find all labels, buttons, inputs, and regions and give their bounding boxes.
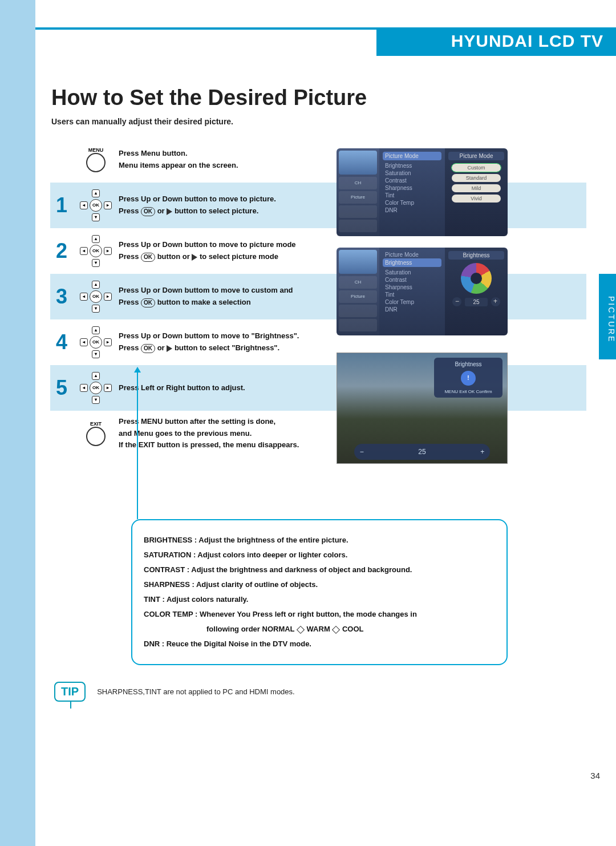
step-number: 2 — [50, 239, 73, 263]
tip-box: TIP SHARPNESS,TINT are not applied to PC… — [54, 682, 510, 702]
definition-text: SHARPNESS : Adjust clarity of outline of… — [144, 577, 495, 592]
arrow-icon — [297, 625, 305, 633]
left-band — [0, 0, 35, 846]
color-wheel-icon — [461, 263, 492, 294]
brightness-preview-photo: Brightness ! MENU Exit OK Confirm − 25 + — [337, 353, 508, 464]
definition-text: BRIGHTNESS : Adjust the brightness of th… — [144, 533, 495, 548]
menu-label: MENU — [88, 147, 104, 153]
header-bar — [35, 27, 616, 30]
definition-text: TINT : Adjust colors naturally. — [144, 592, 495, 607]
osd-screenshots: CH Picture Picture Mode Brightness Satur… — [337, 148, 508, 464]
callout-connector — [137, 368, 138, 519]
brand-title: HYUNDAI LCD TV — [451, 31, 603, 51]
osd-item-selected: Picture Mode — [383, 152, 441, 160]
step-number: 5 — [50, 376, 73, 400]
play-icon — [192, 254, 197, 261]
definition-text: COLOR TEMP : Whenever You Press left or … — [144, 607, 495, 622]
plus-icon: + — [480, 448, 484, 456]
definitions-callout: BRIGHTNESS : Adjust the brightness of th… — [131, 519, 508, 665]
dpad-icon: ▴▾◂▸ OK — [80, 189, 112, 221]
tip-text: SHARPNESS,TINT are not applied to PC and… — [97, 687, 295, 696]
exit-label: EXIT — [90, 421, 102, 427]
play-icon — [167, 208, 172, 215]
ok-icon: OK — [141, 298, 155, 307]
osd-item-selected: Brightness — [383, 258, 441, 267]
osd-brightness: CH Picture Picture Mode Brightness Satur… — [337, 248, 508, 335]
osd-picture-mode: CH Picture Picture Mode Brightness Satur… — [337, 148, 508, 236]
play-icon — [167, 345, 172, 352]
dpad-icon: ▴▾◂▸ OK — [80, 326, 112, 358]
dpad-icon: ▴▾◂▸ OK — [80, 235, 112, 267]
page-subtitle: Users can manually adjust their desired … — [51, 117, 233, 126]
osd-preview — [339, 151, 377, 175]
definition-text: SATURATION : Adjust colors into deeper o… — [144, 548, 495, 562]
menu-button-icon — [86, 153, 106, 172]
ok-icon: OK — [141, 253, 155, 262]
tip-badge: TIP — [54, 682, 86, 702]
section-tab-picture: PICTURE — [599, 274, 616, 359]
ok-icon: OK — [141, 207, 155, 216]
step-number: 1 — [50, 193, 73, 217]
definition-text: DNR : Reuce the Digital Noise in the DTV… — [144, 637, 495, 651]
exit-button-icon — [86, 427, 106, 446]
ok-icon: OK — [141, 344, 155, 353]
definition-text: CONTRAST : Adjust the brightness and dar… — [144, 562, 495, 577]
minus-icon: − — [360, 448, 364, 456]
step-number: 3 — [50, 285, 73, 309]
step-number: 4 — [50, 330, 73, 354]
dpad-icon: ▴▾◂▸ OK — [80, 372, 112, 404]
arrow-icon — [332, 625, 340, 633]
page-number: 34 — [590, 771, 600, 780]
dpad-icon: ▴▾◂▸ OK — [80, 281, 112, 313]
page-title: How to Set the Desired Picture — [51, 86, 367, 110]
definition-text: following order NORMAL WARM COOL — [144, 622, 495, 637]
